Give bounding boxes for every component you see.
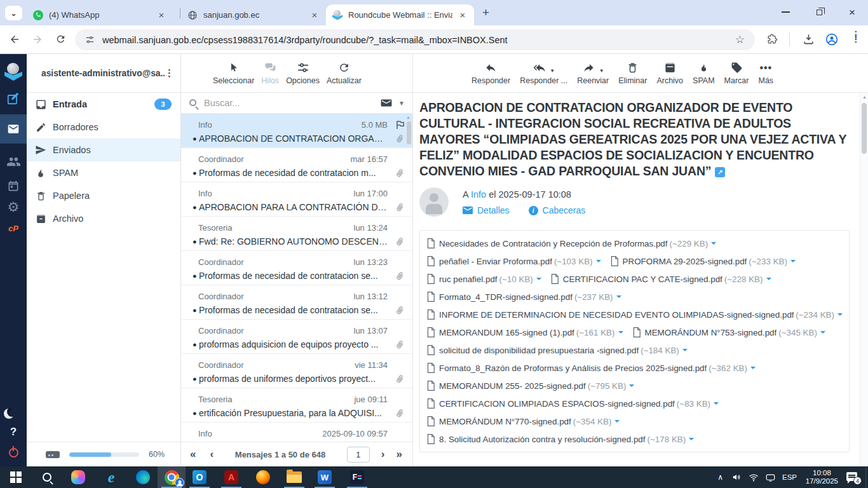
language-indicator[interactable]: ESP: [782, 466, 797, 488]
volume-icon[interactable]: [732, 466, 741, 488]
new-tab-button[interactable]: +: [482, 6, 489, 20]
folder-archivo[interactable]: Archivo: [27, 207, 180, 230]
folder-spam[interactable]: SPAM: [27, 161, 180, 184]
downloads-icon[interactable]: [803, 33, 815, 45]
start-button[interactable]: [2, 466, 30, 488]
forward-button[interactable]: ▼ Reenviar: [577, 60, 609, 85]
account-menu-icon[interactable]: ⋮: [165, 67, 174, 79]
attachment[interactable]: MEMORÁNDUM N°770-signed.pdf (~354 KB): [426, 412, 620, 430]
file-explorer-icon[interactable]: [280, 466, 308, 488]
options-button[interactable]: Opciones: [286, 60, 320, 85]
internet-explorer-icon[interactable]: e: [97, 466, 125, 488]
cast-icon[interactable]: [766, 466, 775, 488]
tray-chevron-icon[interactable]: ∧: [717, 466, 723, 488]
attachment-menu-caret[interactable]: [790, 260, 796, 265]
chrome-icon[interactable]: [158, 466, 186, 488]
taskbar-search-icon[interactable]: [33, 466, 61, 488]
details-link[interactable]: Detalles: [463, 205, 510, 215]
external-link-icon[interactable]: ↗: [715, 167, 725, 177]
message-row[interactable]: Tesoreria jue 09:11 ● ertificación Presu…: [181, 388, 412, 423]
mail-nav-icon[interactable]: [0, 114, 27, 144]
message-row[interactable]: Coordinador lun 13:07 ● proformas adquis…: [181, 320, 412, 354]
forms-app-icon[interactable]: F: [343, 466, 371, 488]
attachment-menu-caret[interactable]: [711, 242, 716, 247]
clock[interactable]: 10:0817/9/2025: [806, 466, 838, 488]
attachment-menu-caret[interactable]: [682, 349, 688, 354]
notification-icon[interactable]: 4: [846, 466, 859, 488]
attachment-menu-caret[interactable]: [837, 313, 843, 318]
help-icon[interactable]: ?: [10, 426, 17, 438]
profile-icon[interactable]: [825, 33, 838, 46]
calendar-icon[interactable]: [7, 180, 20, 193]
attachment[interactable]: PROFORMA 29-2025-signed.pdf (~233 KB): [610, 252, 796, 270]
attachment-menu-caret[interactable]: [820, 331, 825, 336]
attachment[interactable]: Formato_8_Razón de Proformas y Análisis …: [426, 359, 756, 377]
dark-mode-moon-icon[interactable]: ☾: [7, 407, 17, 417]
refresh-list-button[interactable]: Actualizar: [327, 60, 362, 85]
attachment-menu-caret[interactable]: [766, 278, 771, 283]
message-row[interactable]: Coordinador lun 13:23 ● Proformas de nec…: [181, 251, 412, 285]
attachment-menu-caret[interactable]: [689, 438, 694, 443]
logout-power-icon[interactable]: [9, 448, 18, 458]
contacts-icon[interactable]: [6, 154, 21, 169]
mark-button[interactable]: Marcar: [724, 60, 749, 85]
reply-all-button[interactable]: ▼ Responder ...: [520, 60, 567, 85]
bookmark-star-icon[interactable]: ☆: [735, 33, 745, 46]
attachment-menu-caret[interactable]: [536, 278, 541, 283]
folder-enviados[interactable]: Enviados: [27, 139, 180, 161]
message-row[interactable]: Coordinador lun 13:12 ● Proformas de nec…: [181, 285, 412, 320]
message-row[interactable]: Coordinador vie 11:34 ● proformas de uni…: [181, 354, 412, 388]
attachment[interactable]: INFORME DE DETERMINACION DE NECESIDAD EV…: [426, 306, 843, 323]
browser-menu-icon[interactable]: ⋮⋮: [851, 32, 860, 41]
word-icon[interactable]: W: [311, 466, 339, 488]
extensions-icon[interactable]: [767, 34, 778, 44]
site-info-icon[interactable]: [85, 35, 95, 44]
scroll-up-arrow[interactable]: ▲: [862, 95, 867, 99]
first-page-icon[interactable]: «: [190, 448, 196, 461]
tab-roundcube[interactable]: Roundcube Webmail :: Enviados ×: [326, 4, 474, 25]
copilot-icon[interactable]: [64, 466, 92, 488]
prev-page-icon[interactable]: ‹: [210, 448, 214, 461]
next-page-icon[interactable]: ›: [381, 448, 385, 461]
window-minimize-button[interactable]: [782, 11, 790, 13]
attachment[interactable]: ruc penafiel.pdf (~10 KB): [426, 270, 541, 288]
reply-button[interactable]: Responder: [471, 60, 510, 85]
folder-borradores[interactable]: Borradores: [27, 116, 180, 139]
search-scope-icon[interactable]: [381, 98, 392, 107]
message-row[interactable]: Coordinador mar 16:57 ● Proformas de nec…: [181, 148, 412, 182]
search-options-chevron[interactable]: ▼: [398, 100, 405, 107]
last-page-icon[interactable]: »: [397, 448, 402, 461]
message-row[interactable]: Tesoreria lun 13:24 ● Fwd: Re: GOBIERNO …: [181, 217, 412, 251]
address-bar[interactable]: webmail.sanjuan.gob.ec/cpsess1988317614/…: [75, 29, 755, 50]
attachment-menu-caret[interactable]: [596, 260, 601, 265]
tab-close-icon[interactable]: ×: [309, 10, 320, 20]
tab-search-button[interactable]: ⌄: [5, 6, 22, 20]
delete-button[interactable]: Eliminar: [618, 60, 647, 85]
scroll-up-arrow[interactable]: ▲: [406, 115, 410, 119]
message-row[interactable]: Info 2025-09-10 09:57: [181, 423, 412, 442]
search-bar[interactable]: Buscar... ▼: [181, 93, 412, 114]
recipient-link[interactable]: Info: [471, 189, 486, 200]
forward-icon[interactable]: [32, 34, 43, 45]
cpanel-icon[interactable]: cP: [8, 224, 18, 233]
attachment[interactable]: MEMORÁNDUM N°753-signed.pdf (~345 KB): [632, 323, 825, 341]
folder-entrada[interactable]: Entrada 3: [27, 93, 180, 116]
outlook-icon[interactable]: O: [186, 466, 214, 488]
message-row[interactable]: Info lun 17:00 ● APROBACION PARA LA CONT…: [181, 182, 412, 217]
tab-close-icon[interactable]: ×: [458, 10, 468, 20]
compose-icon[interactable]: [6, 92, 20, 105]
attachment[interactable]: Necesidades de Contratación y Recepción …: [426, 234, 716, 252]
attachment[interactable]: solicitud de disponibilidad presupuestar…: [426, 341, 688, 359]
refresh-icon[interactable]: [55, 34, 66, 44]
settings-gear-icon[interactable]: ⚙: [8, 201, 20, 214]
page-number-input[interactable]: 1: [347, 447, 370, 463]
attachment[interactable]: MEMORANDUM 165-signed (1).pdf (~161 KB): [426, 323, 623, 341]
attachment[interactable]: 8. Solicitud Autorización contra y resol…: [426, 430, 694, 448]
threads-button[interactable]: Hilos: [261, 60, 279, 85]
attachment[interactable]: CERTIFICACION OLIMPIADAS ESPACIOS-signed…: [426, 395, 719, 412]
attachment-menu-caret[interactable]: [618, 331, 623, 336]
firefox-icon[interactable]: [249, 466, 277, 488]
window-close-button[interactable]: ×: [849, 7, 855, 18]
window-restore-button[interactable]: [817, 10, 822, 15]
more-button[interactable]: ••• Más: [758, 60, 773, 85]
